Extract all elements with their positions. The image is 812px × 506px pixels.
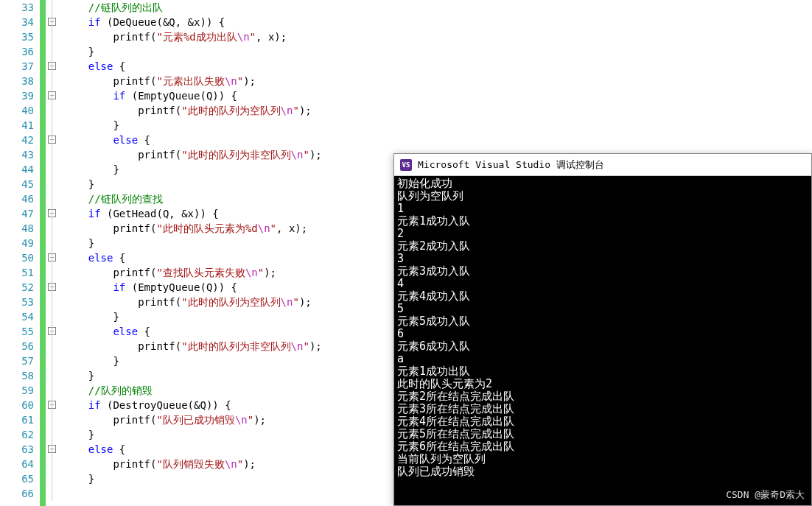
line-number[interactable]: 43: [0, 147, 34, 162]
change-marker-bar: [40, 0, 46, 506]
code-line[interactable]: printf("此时的队头元素为%d\n", x);: [63, 221, 322, 236]
console-line: 元素6成功入队: [397, 340, 808, 353]
line-number[interactable]: 55: [0, 324, 34, 339]
console-line: 2: [397, 228, 808, 240]
line-number[interactable]: 50: [0, 250, 34, 265]
code-line[interactable]: if (EmptyQueue(Q)) {: [63, 88, 322, 103]
code-line[interactable]: else {: [63, 442, 322, 457]
code-line[interactable]: }: [63, 177, 322, 191]
console-line: 6: [397, 328, 808, 340]
code-line[interactable]: printf("此时的队列为空队列\n");: [63, 295, 322, 309]
line-number[interactable]: 38: [0, 74, 34, 88]
line-number[interactable]: 47: [0, 206, 34, 221]
code-line[interactable]: else {: [63, 133, 322, 147]
line-number[interactable]: 41: [0, 118, 34, 133]
code-line[interactable]: printf("此时的队列为非空队列\n");: [63, 339, 322, 354]
line-number[interactable]: 39: [0, 88, 34, 103]
code-line[interactable]: if (EmptyQueue(Q)) {: [63, 280, 322, 295]
code-line[interactable]: if (GetHead(Q, &x)) {: [63, 206, 322, 221]
code-line[interactable]: //链队列的查找: [63, 191, 322, 206]
code-line[interactable]: }: [63, 368, 322, 383]
console-line: 初始化成功: [397, 178, 808, 190]
console-line: a: [397, 353, 808, 365]
line-number[interactable]: 37: [0, 59, 34, 74]
console-line: 3: [397, 253, 808, 265]
code-line[interactable]: printf("元素出队失败\n");: [63, 74, 322, 88]
line-number[interactable]: 58: [0, 368, 34, 383]
console-line: 队列已成功销毁: [397, 465, 808, 478]
line-number[interactable]: 62: [0, 427, 34, 442]
console-line: 元素3所在结点完成出队: [397, 403, 808, 415]
code-line[interactable]: printf("此时的队列为非空队列\n");: [63, 147, 322, 162]
code-line[interactable]: }: [63, 44, 322, 59]
console-title: Microsoft Visual Studio 调试控制台: [418, 158, 604, 172]
console-line: 元素1成功出队: [397, 365, 808, 378]
line-number[interactable]: 53: [0, 295, 34, 309]
code-line[interactable]: else {: [63, 59, 322, 74]
console-line: 元素3成功入队: [397, 265, 808, 278]
line-number[interactable]: 60: [0, 398, 34, 412]
console-line: 元素1成功入队: [397, 215, 808, 228]
code-line[interactable]: printf("此时的队列为空队列\n");: [63, 103, 322, 118]
code-line[interactable]: }: [63, 471, 322, 486]
watermark-text: CSDN @蒙奇D索大: [726, 488, 805, 502]
code-line[interactable]: else {: [63, 324, 322, 339]
code-line[interactable]: printf("元素%d成功出队\n", x);: [63, 29, 322, 44]
console-output[interactable]: 初始化成功队列为空队列1元素1成功入队2元素2成功入队3元素3成功入队4元素4成…: [394, 176, 811, 479]
line-number-gutter[interactable]: 3334353637383940414243444546474849505152…: [0, 0, 40, 506]
console-line: 元素5所在结点完成出队: [397, 428, 808, 440]
line-number[interactable]: 57: [0, 354, 34, 368]
code-area[interactable]: //链队列的出队 if (DeQueue(&Q, &x)) { printf("…: [59, 0, 322, 506]
line-number[interactable]: 54: [0, 309, 34, 324]
code-line[interactable]: else {: [63, 250, 322, 265]
line-number[interactable]: 46: [0, 191, 34, 206]
line-number[interactable]: 65: [0, 471, 34, 486]
line-number[interactable]: 45: [0, 177, 34, 191]
console-line: 元素2成功入队: [397, 240, 808, 253]
console-line: 当前队列为空队列: [397, 453, 808, 465]
line-number[interactable]: 63: [0, 442, 34, 457]
line-number[interactable]: 40: [0, 103, 34, 118]
code-line[interactable]: [63, 486, 322, 501]
console-line: 队列为空队列: [397, 190, 808, 203]
code-line[interactable]: printf("队列已成功销毁\n");: [63, 412, 322, 427]
console-line: 5: [397, 303, 808, 315]
console-line: 4: [397, 278, 808, 290]
line-number[interactable]: 34: [0, 15, 34, 29]
line-number[interactable]: 49: [0, 236, 34, 250]
line-number[interactable]: 56: [0, 339, 34, 354]
line-number[interactable]: 35: [0, 29, 34, 44]
code-line[interactable]: }: [63, 309, 322, 324]
line-number[interactable]: 64: [0, 457, 34, 471]
code-line[interactable]: if (DestroyQueue(&Q)) {: [63, 398, 322, 412]
fold-column[interactable]: −−−−−−−−−−: [46, 0, 59, 506]
line-number[interactable]: 66: [0, 486, 34, 501]
code-line[interactable]: }: [63, 236, 322, 250]
line-number[interactable]: 48: [0, 221, 34, 236]
line-number[interactable]: 44: [0, 162, 34, 177]
console-line: 元素4成功入队: [397, 290, 808, 303]
line-number[interactable]: 33: [0, 0, 34, 15]
line-number[interactable]: 61: [0, 412, 34, 427]
console-line: 此时的队头元素为2: [397, 378, 808, 390]
code-line[interactable]: if (DeQueue(&Q, &x)) {: [63, 15, 322, 29]
debug-console-window[interactable]: VS Microsoft Visual Studio 调试控制台 初始化成功队列…: [393, 153, 812, 506]
console-titlebar[interactable]: VS Microsoft Visual Studio 调试控制台: [394, 154, 811, 176]
line-number[interactable]: 51: [0, 265, 34, 280]
code-line[interactable]: }: [63, 162, 322, 177]
console-line: 元素2所在结点完成出队: [397, 390, 808, 403]
code-line[interactable]: printf("查找队头元素失败\n");: [63, 265, 322, 280]
line-number[interactable]: 36: [0, 44, 34, 59]
code-line[interactable]: }: [63, 118, 322, 133]
code-line[interactable]: }: [63, 354, 322, 368]
console-line: 元素6所在结点完成出队: [397, 440, 808, 453]
code-line[interactable]: //链队列的出队: [63, 0, 322, 15]
line-number[interactable]: 59: [0, 383, 34, 398]
console-line: 1: [397, 203, 808, 215]
code-line[interactable]: printf("队列销毁失败\n");: [63, 457, 322, 471]
code-line[interactable]: //队列的销毁: [63, 383, 322, 398]
line-number[interactable]: 52: [0, 280, 34, 295]
code-line[interactable]: }: [63, 427, 322, 442]
console-line: 元素5成功入队: [397, 315, 808, 328]
line-number[interactable]: 42: [0, 133, 34, 147]
